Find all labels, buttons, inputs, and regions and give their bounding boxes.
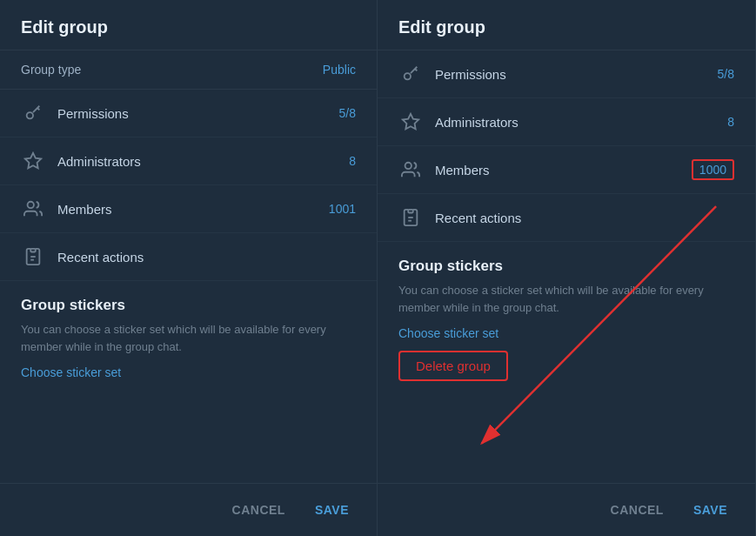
people-icon bbox=[21, 197, 45, 221]
left-choose-sticker-link[interactable]: Choose sticker set bbox=[21, 365, 356, 379]
left-menu-item-members[interactable]: Members 1001 bbox=[0, 185, 377, 233]
members-label: Members bbox=[57, 202, 329, 217]
right-people-icon bbox=[398, 157, 423, 182]
members-value: 1001 bbox=[329, 202, 356, 216]
svg-point-6 bbox=[405, 73, 411, 79]
right-group-stickers-title: Group stickers bbox=[398, 258, 734, 275]
svg-rect-9 bbox=[408, 210, 413, 213]
left-panel-title: Edit group bbox=[0, 0, 377, 50]
star-icon bbox=[21, 149, 45, 173]
svg-point-8 bbox=[405, 163, 411, 169]
left-group-stickers-section: Group stickers You can choose a sticker … bbox=[0, 281, 377, 388]
delete-group-button[interactable]: Delete group bbox=[398, 351, 508, 381]
right-recent-actions-label: Recent actions bbox=[435, 211, 734, 225]
right-choose-sticker-link[interactable]: Choose sticker set bbox=[398, 326, 734, 340]
right-star-icon bbox=[398, 110, 423, 134]
right-administrators-label: Administrators bbox=[435, 115, 727, 130]
svg-rect-3 bbox=[30, 249, 36, 252]
svg-marker-7 bbox=[403, 114, 418, 129]
right-menu-item-recent-actions[interactable]: Recent actions bbox=[378, 194, 755, 242]
right-permissions-label: Permissions bbox=[435, 67, 718, 82]
right-group-stickers-section: Group stickers You can choose a sticker … bbox=[378, 242, 755, 390]
left-save-button[interactable]: SAVE bbox=[304, 496, 359, 524]
right-panel-title: Edit group bbox=[378, 0, 755, 50]
right-cancel-button[interactable]: CANCEL bbox=[600, 496, 674, 524]
left-menu-item-recent-actions[interactable]: Recent actions bbox=[0, 233, 377, 281]
right-administrators-value: 8 bbox=[727, 115, 734, 129]
permissions-value: 5/8 bbox=[339, 106, 356, 120]
left-menu-item-permissions[interactable]: Permissions 5/8 bbox=[0, 90, 377, 137]
administrators-label: Administrators bbox=[57, 154, 349, 169]
right-menu-item-administrators[interactable]: Administrators 8 bbox=[378, 98, 755, 146]
right-key-icon bbox=[398, 62, 423, 86]
left-menu-item-administrators[interactable]: Administrators 8 bbox=[0, 137, 377, 185]
right-members-value-highlighted: 1000 bbox=[692, 159, 734, 180]
group-type-row[interactable]: Group type Public bbox=[0, 50, 377, 90]
svg-marker-1 bbox=[25, 153, 41, 168]
permissions-label: Permissions bbox=[57, 106, 339, 121]
left-footer: CANCEL SAVE bbox=[0, 483, 377, 536]
clipboard-icon bbox=[21, 245, 45, 269]
right-footer: CANCEL SAVE bbox=[378, 483, 755, 536]
right-save-button[interactable]: SAVE bbox=[683, 496, 738, 524]
group-type-value: Public bbox=[323, 63, 356, 77]
left-group-stickers-desc: You can choose a sticker set which will … bbox=[21, 321, 356, 355]
right-group-stickers-desc: You can choose a sticker set which will … bbox=[398, 282, 734, 316]
administrators-value: 8 bbox=[349, 154, 356, 168]
right-menu-item-members[interactable]: Members 1000 bbox=[378, 146, 755, 194]
svg-point-0 bbox=[27, 112, 33, 118]
key-icon bbox=[21, 101, 45, 125]
left-group-stickers-title: Group stickers bbox=[21, 297, 356, 314]
right-clipboard-icon bbox=[398, 205, 423, 230]
right-permissions-value: 5/8 bbox=[718, 67, 734, 81]
left-panel: Edit group Group type Public Permissions… bbox=[0, 0, 378, 536]
recent-actions-label: Recent actions bbox=[57, 250, 356, 265]
right-panel: Edit group Permissions 5/8 Administrator… bbox=[378, 0, 756, 536]
group-type-label: Group type bbox=[21, 63, 81, 77]
left-cancel-button[interactable]: CANCEL bbox=[222, 496, 296, 524]
right-menu-item-permissions[interactable]: Permissions 5/8 bbox=[378, 50, 755, 98]
right-members-label: Members bbox=[435, 163, 692, 178]
svg-point-2 bbox=[28, 202, 34, 208]
